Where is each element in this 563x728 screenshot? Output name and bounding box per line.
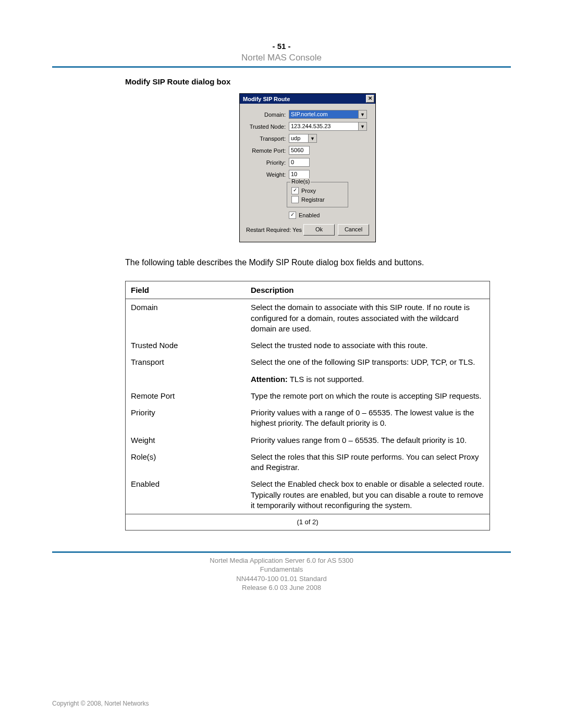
cell-field: Trusted Node: [126, 337, 246, 354]
weight-label: Weight:: [245, 171, 289, 178]
section-heading: Modify SIP Route dialog box: [125, 77, 490, 86]
cell-field: Priority: [126, 404, 246, 432]
cell-field: Weight: [126, 432, 246, 449]
table-row: Transport Select the one of the followin…: [126, 354, 490, 371]
footer-block: Nortel Media Application Server 6.0 for …: [52, 556, 511, 593]
roles-legend: Role(s): [290, 178, 311, 184]
modify-sip-route-dialog: Modify SIP Route ✕ Domain: SIP.nortel.co…: [239, 93, 376, 242]
fields-table: Field Description Domain Select the doma…: [125, 281, 490, 530]
table-row: Remote Port Type the remote port on whic…: [126, 388, 490, 404]
cancel-button[interactable]: Cancel: [338, 224, 369, 236]
close-icon[interactable]: ✕: [366, 95, 374, 103]
proxy-label: Proxy: [301, 188, 316, 194]
domain-select[interactable]: SIP.nortel.com ▼: [289, 110, 367, 119]
priority-label: Priority:: [245, 159, 289, 166]
footer-line: Release 6.0 03 June 2008: [52, 583, 511, 593]
table-row: Domain Select the domain to associate wi…: [126, 299, 490, 337]
domain-value: SIP.nortel.com: [289, 110, 358, 119]
cell-desc: Priority values range from 0 – 65535. Th…: [246, 432, 490, 449]
domain-label: Domain:: [245, 112, 289, 118]
trusted-node-label: Trusted Node:: [245, 124, 289, 130]
cell-desc: Select the domain to associate with this…: [246, 299, 490, 337]
enabled-label: Enabled: [299, 212, 320, 218]
table-row: Weight Priority values range from 0 – 65…: [126, 432, 490, 449]
cell-field: Remote Port: [126, 388, 246, 404]
page-number: - 51 -: [52, 42, 511, 51]
transport-label: Transport:: [245, 135, 289, 142]
remote-port-label: Remote Port:: [245, 147, 289, 154]
footer-rule: [52, 551, 511, 553]
table-row: Trusted Node Select the trusted node to …: [126, 337, 490, 354]
roles-fieldset: Role(s) ✓ Proxy Registrar: [287, 182, 348, 207]
header-rule: [52, 66, 511, 68]
cell-desc: Attention: TLS is not supported.: [246, 371, 490, 388]
footer-line: Fundamentals: [52, 565, 511, 574]
registrar-checkbox[interactable]: [291, 196, 299, 203]
enabled-checkbox[interactable]: ✓: [289, 212, 296, 219]
cell-field: Transport: [126, 354, 246, 371]
registrar-label: Registrar: [301, 196, 325, 203]
table-head-description: Description: [246, 281, 490, 299]
table-row-attention: Attention: TLS is not supported.: [126, 371, 490, 388]
cell-desc: Priority values with a range of 0 – 6553…: [246, 404, 490, 432]
dialog-title: Modify SIP Route: [243, 96, 290, 102]
cell-field: Enabled: [126, 476, 246, 514]
transport-select[interactable]: udp ▼: [289, 134, 317, 143]
attention-text: TLS is not supported.: [288, 375, 364, 384]
table-head-field: Field: [126, 281, 246, 299]
cell-field: Role(s): [126, 449, 246, 476]
footer-line: NN44470-100 01.01 Standard: [52, 574, 511, 584]
transport-value: udp: [289, 134, 308, 143]
copyright-text: Copyright © 2008, Nortel Networks: [52, 700, 149, 707]
dialog-titlebar: Modify SIP Route ✕: [240, 94, 375, 104]
trusted-node-value: 123.244.535.23: [289, 122, 358, 131]
cell-desc: Type the remote port on which the route …: [246, 388, 490, 404]
ok-button[interactable]: Ok: [303, 224, 335, 236]
intro-paragraph: The following table describes the Modify…: [125, 257, 490, 268]
chevron-down-icon[interactable]: ▼: [358, 110, 367, 119]
footer-line: Nortel Media Application Server 6.0 for …: [52, 556, 511, 565]
restart-required-text: Restart Required: Yes: [246, 227, 302, 233]
proxy-checkbox[interactable]: ✓: [291, 187, 299, 194]
remote-port-input[interactable]: 5060: [289, 146, 310, 155]
trusted-node-select[interactable]: 123.244.535.23 ▼: [289, 122, 367, 131]
table-pagination-row: (1 of 2): [126, 514, 490, 530]
cell-desc: Select the Enabled check box to enable o…: [246, 476, 490, 514]
priority-input[interactable]: 0: [289, 158, 310, 167]
page-header-title: Nortel MAS Console: [52, 53, 511, 63]
weight-input[interactable]: 10: [289, 170, 310, 179]
attention-bold: Attention:: [251, 375, 288, 384]
chevron-down-icon[interactable]: ▼: [308, 134, 317, 143]
cell-desc: Select the one of the following SIP tran…: [246, 354, 490, 371]
cell-desc: Select the trusted node to associate wit…: [246, 337, 490, 354]
cell-desc: Select the roles that this SIP route per…: [246, 449, 490, 476]
table-row: Priority Priority values with a range of…: [126, 404, 490, 432]
table-pagination: (1 of 2): [126, 514, 490, 530]
cell-field: [126, 371, 246, 388]
table-row: Role(s) Select the roles that this SIP r…: [126, 449, 490, 476]
cell-field: Domain: [126, 299, 246, 337]
table-row: Enabled Select the Enabled check box to …: [126, 476, 490, 514]
chevron-down-icon[interactable]: ▼: [358, 122, 367, 131]
